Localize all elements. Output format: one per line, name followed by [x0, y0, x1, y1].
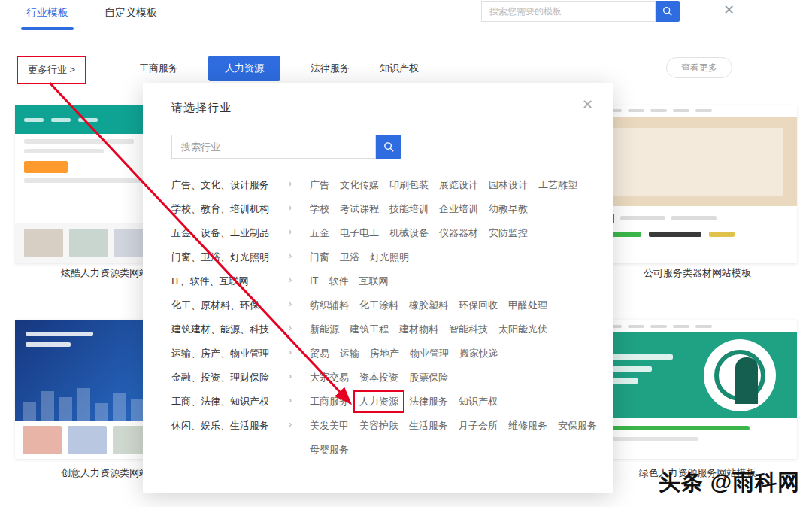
industry-item[interactable]: 五金 [310, 226, 329, 240]
industry-item[interactable]: 工艺雕塑 [538, 178, 577, 192]
industry-item-highlighted[interactable]: 人力资源 [359, 395, 398, 408]
industry-item[interactable]: 展览设计 [439, 178, 478, 192]
modal-close-icon[interactable]: ✕ [582, 98, 593, 111]
industry-item[interactable]: 广告 [310, 178, 329, 192]
industry-item[interactable]: 资本投资 [359, 371, 398, 384]
category-label[interactable]: 化工、原材料、环保› [171, 299, 292, 312]
chevron-right-icon: › [289, 202, 292, 216]
industry-item[interactable]: 仪器器材 [439, 226, 478, 240]
category-items: 工商服务人力资源法律服务知识产权 [310, 395, 598, 408]
category-row: 五金、设备、工业制品›五金电子电工机械设备仪器器材安防监控 [171, 226, 598, 240]
industry-item[interactable]: 甲醛处理 [508, 299, 547, 312]
industry-item[interactable]: 化工涂料 [359, 299, 398, 312]
industry-item[interactable]: 大宗交易 [310, 371, 349, 384]
modal-title: 请选择行业 [171, 101, 598, 115]
industry-item[interactable]: 维修服务 [508, 419, 547, 433]
card-nav-strip [598, 105, 797, 116]
category-label[interactable]: 门窗、卫浴、灯光照明› [171, 250, 292, 264]
industry-item[interactable]: 软件 [329, 275, 349, 288]
close-icon[interactable]: ✕ [723, 3, 735, 17]
industry-item[interactable]: 园林设计 [489, 178, 528, 192]
chevron-right-icon: › [289, 371, 292, 384]
industry-item[interactable]: 文化传媒 [340, 178, 379, 192]
more-industries-button[interactable]: 更多行业 > [17, 56, 86, 84]
card-hero-text-lines [26, 332, 93, 353]
industry-search-button[interactable] [376, 135, 401, 159]
category-items: 门窗卫浴灯光照明 [310, 250, 598, 264]
top-tab-1[interactable]: 自定义模板 [105, 6, 157, 30]
industry-item[interactable]: 电子电工 [340, 226, 379, 240]
filter-tab-2[interactable]: 法律服务 [311, 62, 350, 75]
industry-item[interactable]: 股票保险 [409, 371, 448, 384]
filter-tabs: 工商服务人力资源法律服务知识产权 [139, 54, 419, 83]
industry-search-input[interactable] [171, 135, 376, 159]
industry-item[interactable]: 房地产 [370, 347, 399, 360]
template-card[interactable] [598, 320, 797, 459]
category-row: 门窗、卫浴、灯光照明›门窗卫浴灯光照明 [171, 250, 598, 264]
category-row: 工商、法律、知识产权›工商服务人力资源法律服务知识产权 [171, 395, 598, 408]
category-label[interactable]: 五金、设备、工业制品› [171, 226, 292, 240]
industry-item[interactable]: 建筑工程 [350, 323, 389, 336]
industry-item[interactable]: IT [310, 275, 319, 288]
industry-item[interactable]: 母婴服务 [310, 443, 349, 457]
category-row: 化工、原材料、环保›纺织辅料化工涂料橡胶塑料环保回收甲醛处理 [171, 299, 598, 312]
industry-item[interactable]: 互联网 [359, 275, 389, 288]
category-label[interactable]: 休闲、娱乐、生活服务› [171, 419, 292, 433]
industry-item[interactable]: 技能培训 [389, 202, 429, 216]
card-person-silhouette [735, 357, 758, 404]
industry-item[interactable]: 企业培训 [439, 202, 478, 216]
industry-item[interactable]: 物业管理 [410, 347, 449, 360]
industry-item[interactable]: 美发美甲 [310, 419, 349, 433]
industry-item[interactable]: 新能源 [310, 323, 339, 336]
card-photo-block [598, 117, 797, 206]
category-row: 广告、文化、设计服务›广告文化传媒印刷包装展览设计园林设计工艺雕塑 [171, 178, 598, 192]
industry-item[interactable]: 太阳能光伏 [498, 323, 547, 336]
industry-item[interactable]: 建材物料 [399, 323, 438, 336]
top-tab-0[interactable]: 行业模板 [26, 6, 68, 30]
industry-item[interactable]: 卫浴 [340, 250, 359, 264]
template-card[interactable] [598, 105, 797, 263]
industry-item[interactable]: 安防监控 [489, 226, 528, 240]
industry-item[interactable]: 环保回收 [459, 299, 498, 312]
industry-item[interactable]: 知识产权 [459, 395, 498, 408]
category-row: IT、软件、互联网›IT软件互联网 [171, 275, 598, 288]
filter-tab-1[interactable]: 人力资源 [208, 56, 280, 81]
chevron-right-icon: › [289, 226, 292, 240]
category-label[interactable]: 广告、文化、设计服务› [171, 178, 292, 192]
industry-item[interactable]: 美容护肤 [359, 419, 398, 433]
industry-item[interactable]: 门窗 [310, 250, 329, 264]
industry-item[interactable]: 橡胶塑料 [409, 299, 448, 312]
search-input[interactable] [481, 1, 656, 22]
industry-item[interactable]: 幼教早教 [489, 202, 528, 216]
filter-tab-3[interactable]: 知识产权 [380, 62, 419, 75]
industry-item[interactable]: 安保服务 [558, 419, 597, 433]
topbar-search [481, 1, 680, 22]
chevron-right-icon: › [289, 275, 292, 288]
search-button[interactable] [656, 1, 680, 22]
category-label[interactable]: 金融、投资、理财保险› [171, 371, 292, 384]
chevron-right-icon: › [289, 347, 292, 360]
industry-item[interactable]: 运输 [340, 347, 359, 360]
category-list: 广告、文化、设计服务›广告文化传媒印刷包装展览设计园林设计工艺雕塑学校、教育、培… [171, 178, 598, 457]
industry-item[interactable]: 月子会所 [459, 419, 498, 433]
category-label[interactable]: 学校、教育、培训机构› [171, 202, 292, 216]
industry-item[interactable]: 印刷包装 [389, 178, 429, 192]
industry-item[interactable]: 机械设备 [389, 226, 429, 240]
industry-item[interactable]: 生活服务 [409, 419, 448, 433]
industry-item[interactable]: 贸易 [310, 347, 329, 360]
industry-item[interactable]: 考试课程 [340, 202, 379, 216]
industry-item[interactable]: 法律服务 [409, 395, 448, 408]
industry-item[interactable]: 纺织辅料 [310, 299, 349, 312]
category-label[interactable]: 工商、法律、知识产权› [171, 395, 292, 408]
view-more-button[interactable]: 查看更多 [666, 57, 732, 78]
category-label[interactable]: 运输、房产、物业管理› [171, 347, 292, 360]
industry-item[interactable]: 工商服务 [310, 395, 349, 408]
category-items: IT软件互联网 [310, 275, 598, 288]
category-label[interactable]: IT、软件、互联网› [171, 275, 292, 288]
filter-tab-0[interactable]: 工商服务 [139, 62, 178, 75]
category-label[interactable]: 建筑建材、能源、科技› [171, 323, 292, 336]
industry-item[interactable]: 搬家快递 [459, 347, 498, 360]
industry-item[interactable]: 智能科技 [449, 323, 488, 336]
industry-item[interactable]: 灯光照明 [370, 250, 409, 264]
industry-item[interactable]: 学校 [310, 202, 329, 216]
